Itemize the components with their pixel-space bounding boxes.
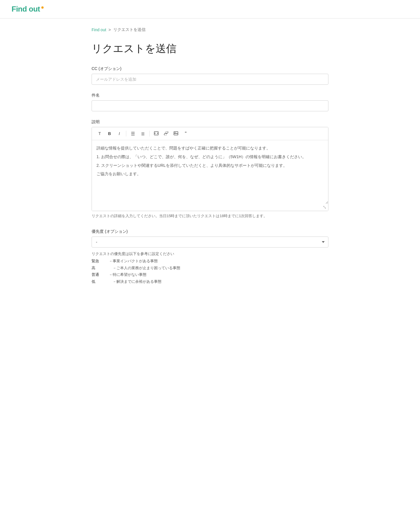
priority-info-title: リクエストの優先度は以下を参考に設定ください <box>92 250 328 257</box>
cc-input[interactable] <box>92 74 328 85</box>
description-section: 説明 T B I ☰ ≣ <box>92 119 328 219</box>
priority-info: リクエストの優先度は以下を参考に設定ください 緊急 －事業インパクトがある事態 … <box>92 250 328 285</box>
editor-line-3: 2. スクリーンショットや関連するURLを添付していただくと、より具体的なサポー… <box>96 162 324 169</box>
resize-icon: ⤡ <box>323 205 326 210</box>
main-content: Find out > リクエストを送信 リクエストを送信 CC (オプション) … <box>80 19 340 307</box>
priority-row-urgent-desc: －事業インパクトがある事態 <box>109 258 158 264</box>
editor-container: T B I ☰ ≣ <box>92 127 328 211</box>
editor-resize-handle: ⤡ <box>92 204 328 211</box>
toolbar-image-btn[interactable] <box>172 130 180 138</box>
cc-section: CC (オプション) <box>92 66 328 85</box>
toolbar-italic-btn[interactable]: I <box>115 130 124 138</box>
header: Find out <box>0 0 420 19</box>
priority-select[interactable]: - 緊急 高 普通 低 <box>92 237 328 248</box>
breadcrumb-separator: > <box>109 27 111 32</box>
description-label: 説明 <box>92 119 328 125</box>
priority-row-low: 低 －解決までに余裕がある事態 <box>92 278 328 285</box>
toolbar-divider-2 <box>149 131 150 136</box>
toolbar-bullet-list-btn[interactable]: ☰ <box>129 130 137 138</box>
toolbar-divider-1 <box>126 131 126 136</box>
priority-row-normal-label: 普通 <box>92 271 109 278</box>
priority-row-high: 高 －ご本人の業務が止まり困っている事態 <box>92 265 328 271</box>
subject-section: 件名 <box>92 93 328 111</box>
priority-row-high-label: 高 <box>92 265 109 271</box>
logo[interactable]: Find out <box>12 5 44 14</box>
priority-row-high-desc: －ご本人の業務が止まり困っている事態 <box>109 265 180 271</box>
priority-row-normal: 普通 －特に希望がない事態 <box>92 271 328 278</box>
priority-row-urgent: 緊急 －事業インパクトがある事態 <box>92 258 328 264</box>
priority-row-low-desc: －解決までに余裕がある事態 <box>109 278 161 285</box>
breadcrumb-current: リクエストを送信 <box>113 27 146 32</box>
subject-input[interactable] <box>92 100 328 111</box>
breadcrumb-link[interactable]: Find out <box>92 27 106 32</box>
priority-row-normal-desc: －特に希望がない事態 <box>109 271 146 278</box>
breadcrumb: Find out > リクエストを送信 <box>92 27 328 32</box>
page-title: リクエストを送信 <box>92 42 328 56</box>
priority-row-urgent-label: 緊急 <box>92 258 109 264</box>
toolbar-bold-btn[interactable]: B <box>105 130 114 138</box>
cc-label: CC (オプション) <box>92 66 328 71</box>
toolbar-embed-btn[interactable] <box>152 130 161 138</box>
priority-label: 優先度 (オプション) <box>92 229 328 234</box>
editor-body[interactable]: 詳細な情報を提供していただくことで、問題をすばやく正確に把握することが可能になり… <box>92 140 328 204</box>
editor-line-2: 1. お問合せの際は、「いつ、どこで、誰が、何を、なぜ、どのように」（5W1H）… <box>96 154 324 160</box>
description-hint: リクエストの詳細を入力してください。当日15時までに頂いたリクエストは18時まで… <box>92 213 328 219</box>
priority-section: 優先度 (オプション) - 緊急 高 普通 低 リクエストの優先度は以下を参考に… <box>92 229 328 285</box>
priority-row-low-label: 低 <box>92 278 109 285</box>
logo-text: Find out <box>12 5 40 14</box>
editor-toolbar: T B I ☰ ≣ <box>92 127 328 140</box>
toolbar-ordered-list-btn[interactable]: ≣ <box>138 130 147 138</box>
toolbar-text-btn[interactable]: T <box>95 130 104 138</box>
subject-label: 件名 <box>92 93 328 98</box>
toolbar-quote-btn[interactable]: “ <box>181 130 190 138</box>
toolbar-link-btn[interactable] <box>162 130 170 138</box>
logo-dot <box>41 6 44 9</box>
editor-line-1: 詳細な情報を提供していただくことで、問題をすばやく正確に把握することが可能になり… <box>96 145 324 152</box>
editor-line-4: ご協力をお願いします。 <box>96 171 324 178</box>
